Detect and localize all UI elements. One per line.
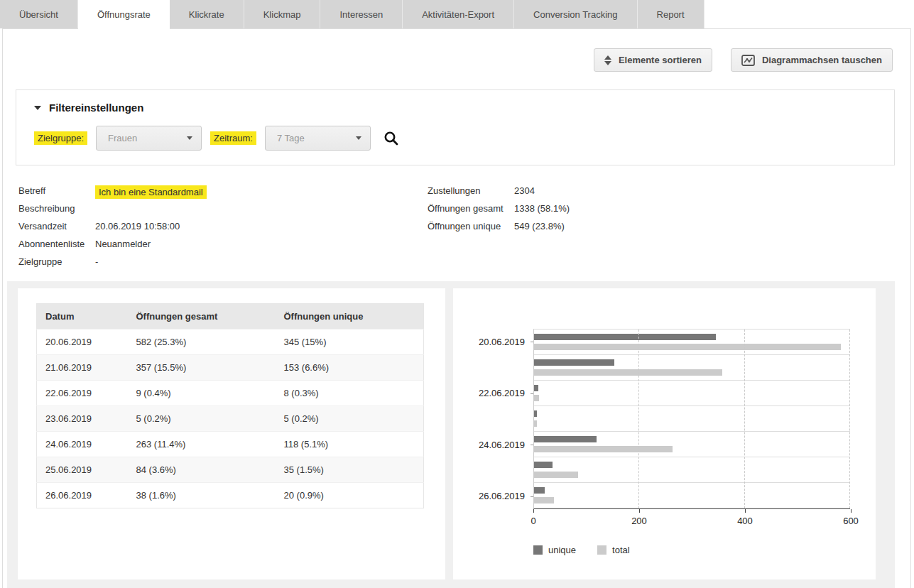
info-row: Abonnentenliste Neuanmelder — [18, 239, 428, 256]
bar-total — [534, 472, 578, 478]
target-group-dropdown[interactable]: Frauen — [96, 126, 202, 151]
tab-interessen[interactable]: Interessen — [320, 0, 403, 28]
bar-unique — [534, 436, 597, 442]
chart-bar-group — [534, 406, 850, 432]
x-axis-tick — [851, 509, 852, 513]
x-axis-tick-label: 600 — [843, 516, 859, 526]
table-cell: 21.06.2019 — [37, 355, 128, 381]
tab-klickrate[interactable]: Klickrate — [170, 0, 244, 28]
y-axis-label — [453, 406, 533, 432]
filter-collapse-header[interactable]: Filtereinstellungen — [34, 102, 880, 114]
period-label: Zeitraum: — [210, 131, 256, 145]
table-cell: 357 (15.5%) — [128, 355, 276, 381]
x-axis-tick — [639, 509, 640, 513]
target-group-selected-value: Frauen — [108, 133, 137, 143]
open-rate-page: Elemente sortieren Diagrammachsen tausch… — [2, 28, 911, 588]
delivery-stats: Zustellungen 2304 Öffnungen gesamt 1338 … — [428, 185, 570, 274]
info-value: 549 (23.8%) — [514, 221, 565, 232]
period-dropdown[interactable]: 7 Tage — [265, 126, 371, 151]
legend-item-unique: unique — [533, 545, 576, 555]
chart-bar-group — [534, 355, 850, 381]
bar-unique — [534, 334, 716, 340]
tab-klickmap[interactable]: Klickmap — [244, 0, 321, 28]
table-row: 20.06.2019582 (25.3%)345 (15%) — [37, 330, 424, 355]
search-icon — [383, 131, 399, 146]
results-section: DatumÖffnungen gesamtÖffnungen unique 20… — [7, 281, 895, 588]
bar-total — [534, 395, 539, 401]
info-value: Neuanmelder — [95, 239, 151, 249]
opens-bar-chart: 20.06.201922.06.201924.06.201926.06.2019… — [453, 329, 850, 555]
line-chart-icon — [741, 55, 755, 66]
info-label: Versandzeit — [18, 221, 95, 232]
filter-title: Filtereinstellungen — [49, 102, 143, 114]
info-value: 1338 (58.1%) — [514, 203, 570, 214]
bar-unique — [534, 410, 537, 417]
table-cell: 23.06.2019 — [37, 406, 128, 432]
table-row: 24.06.2019263 (11.4%)118 (5.1%) — [37, 432, 424, 457]
bar-unique — [534, 359, 614, 366]
x-axis-tick-label: 0 — [531, 516, 535, 526]
chart-bar-group — [534, 483, 850, 508]
tab-übersicht[interactable]: Übersicht — [0, 0, 78, 28]
table-cell: 25.06.2019 — [37, 457, 128, 483]
chart-bar-group — [534, 432, 850, 457]
sort-elements-button[interactable]: Elemente sortieren — [594, 48, 712, 72]
table-cell: 26.06.2019 — [37, 483, 128, 508]
chart-bar-group — [534, 330, 850, 355]
gridline — [849, 330, 850, 508]
info-row: Versandzeit 20.06.2019 10:58:00 — [18, 221, 428, 239]
tab-bar: ÜbersichtÖffnungsrateKlickrateKlickmapIn… — [0, 0, 914, 28]
table-cell: 8 (0.3%) — [276, 381, 424, 406]
filter-controls: Zielgruppe: Frauen Zeitraum: 7 Tage — [34, 126, 880, 151]
search-button[interactable] — [383, 131, 399, 146]
table-row: 22.06.20199 (0.4%)8 (0.3%) — [37, 381, 424, 406]
legend-swatch — [533, 545, 543, 555]
tab-aktivitäten-export[interactable]: Aktivitäten-Export — [403, 0, 514, 28]
sort-elements-label: Elemente sortieren — [619, 55, 702, 65]
table-cell: 20.06.2019 — [37, 330, 128, 355]
y-axis-label: 20.06.2019 — [453, 329, 533, 354]
chart-legend: uniquetotal — [533, 545, 850, 555]
table-cell: 9 (0.4%) — [128, 381, 276, 406]
table-cell: 38 (1.6%) — [128, 483, 276, 508]
info-row: Öffnungen gesamt 1338 (58.1%) — [428, 203, 570, 221]
info-row: Betreff Ich bin eine Standardmail — [18, 185, 428, 203]
y-axis-label — [453, 354, 533, 380]
tab-report[interactable]: Report — [638, 0, 704, 28]
info-value: 20.06.2019 10:58:00 — [95, 221, 180, 232]
tab-öffnungsrate[interactable]: Öffnungsrate — [78, 0, 170, 29]
table-cell: 5 (0.2%) — [128, 406, 276, 432]
info-row: Beschreibung — [18, 203, 428, 221]
info-label: Abonnentenliste — [18, 239, 95, 249]
bar-unique — [534, 462, 553, 468]
swap-chart-axes-button[interactable]: Diagrammachsen tauschen — [731, 48, 893, 72]
dropdown-caret-icon — [356, 136, 361, 140]
legend-swatch — [597, 545, 606, 555]
x-axis-tick — [533, 509, 534, 513]
bar-total — [534, 344, 841, 350]
mailing-info-left: Betreff Ich bin eine Standardmail Beschr… — [18, 185, 428, 274]
gridline — [638, 330, 639, 508]
table-row: 23.06.20195 (0.2%)5 (0.2%) — [37, 406, 424, 432]
chart-plot-area — [533, 329, 850, 509]
x-axis-tick — [745, 509, 746, 513]
filter-panel: Filtereinstellungen Zielgruppe: Frauen Z… — [16, 89, 895, 165]
tab-conversion-tracking[interactable]: Conversion Tracking — [514, 0, 638, 28]
chart-bar-group — [534, 457, 850, 483]
table-cell: 22.06.2019 — [37, 381, 128, 406]
info-value: 2304 — [514, 185, 535, 196]
table-cell: 35 (1.5%) — [276, 457, 424, 483]
info-row: Zustellungen 2304 — [428, 185, 570, 203]
table-header-cell: Öffnungen gesamt — [128, 304, 276, 330]
dropdown-caret-icon — [187, 136, 192, 140]
table-header-cell: Öffnungen unique — [276, 304, 424, 330]
x-axis-tick-label: 400 — [737, 516, 753, 526]
table-row: 21.06.2019357 (15.5%)153 (6.6%) — [37, 355, 424, 381]
toolbar: Elemente sortieren Diagrammachsen tausch… — [3, 48, 893, 72]
info-label: Beschreibung — [18, 203, 95, 214]
chart-y-axis: 20.06.201922.06.201924.06.201926.06.2019 — [453, 329, 533, 509]
y-axis-label — [453, 457, 533, 483]
table-cell: 582 (25.3%) — [128, 330, 276, 355]
table-cell: 5 (0.2%) — [276, 406, 424, 432]
table-row: 25.06.201984 (3.6%)35 (1.5%) — [37, 457, 424, 483]
